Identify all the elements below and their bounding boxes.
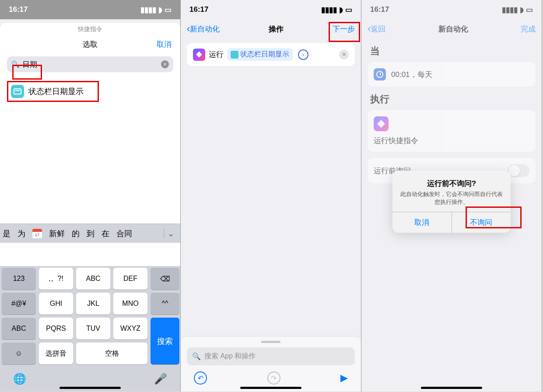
keyboard-candidate-bar[interactable]: 是 为 17 新鲜 的 到 在 合同 ⌄ xyxy=(0,224,180,243)
redo-icon: ↷ xyxy=(267,371,280,385)
emoji-icon: ☺ xyxy=(15,350,22,357)
shortcuts-app-icon xyxy=(193,49,205,61)
back-button[interactable]: ‹ 返回 xyxy=(368,23,385,35)
key-jkl[interactable]: JKL xyxy=(76,293,110,315)
search-icon: 🔍 xyxy=(192,352,201,360)
key-backspace[interactable]: ⌫ xyxy=(151,268,179,290)
wifi-icon: ◗ xyxy=(158,5,162,14)
wifi-icon: ◗ xyxy=(520,5,524,14)
alert-confirm-button[interactable]: 不询问 xyxy=(452,212,511,233)
alert-message: 此自动化触发时，它会不询问而自行代表您执行操作。 xyxy=(399,190,504,206)
status-icons: ▮▮▮▮ ◗ ▭ xyxy=(502,5,533,14)
status-time: 16:17 xyxy=(189,5,208,14)
key-abc-mode[interactable]: ABC xyxy=(2,318,36,340)
status-time: 16:17 xyxy=(9,5,28,14)
wifi-icon: ◗ xyxy=(339,5,343,14)
key-tuv[interactable]: TUV xyxy=(76,318,110,340)
action-text: 运行快捷指令 xyxy=(374,136,418,146)
run-label: 运行 xyxy=(209,49,224,60)
status-time: 16:17 xyxy=(370,5,389,14)
show-more-icon[interactable]: › xyxy=(298,49,308,60)
candidate[interactable]: 是 xyxy=(3,228,11,239)
key-punct[interactable]: ,。?! xyxy=(39,268,73,290)
calendar-candidate-icon[interactable]: 17 xyxy=(32,229,42,238)
trigger-text: 00:01，每天 xyxy=(391,70,432,80)
candidate[interactable]: 新鲜 xyxy=(49,228,65,239)
undo-icon[interactable]: ↶ xyxy=(194,371,207,385)
signal-icon: ▮▮▮▮ xyxy=(321,5,337,14)
key-abc[interactable]: ABC xyxy=(76,268,110,290)
key-pqrs[interactable]: PQRS xyxy=(39,318,73,340)
search-result-row[interactable]: 状态栏日期显示 xyxy=(7,81,99,102)
battery-icon: ▭ xyxy=(165,5,172,14)
candidate[interactable]: 合同 xyxy=(116,228,132,239)
home-indicator xyxy=(60,387,121,389)
trigger-cell[interactable]: 00:01，每天 xyxy=(368,62,536,87)
key-mno[interactable]: MNO xyxy=(113,293,147,315)
signal-icon: ▮▮▮▮ xyxy=(140,5,156,14)
chevron-left-icon: ‹ xyxy=(368,23,371,35)
key-symbols[interactable]: #@¥ xyxy=(2,293,36,315)
home-indicator xyxy=(421,387,482,389)
shortcut-pill[interactable]: 状态栏日期显示 xyxy=(227,48,293,61)
keyboard: 123 ,。?! ABC DEF ⌫ #@¥ GHI JKL MNO ^^ AB… xyxy=(0,266,180,366)
play-icon[interactable]: ▶ xyxy=(340,372,348,384)
key-emoji[interactable]: ☺ xyxy=(2,343,36,364)
search-placeholder: 搜索 App 和操作 xyxy=(204,352,256,361)
next-button[interactable]: 下一步 xyxy=(333,24,355,34)
key-123[interactable]: 123 xyxy=(2,268,36,290)
result-label: 状态栏日期显示 xyxy=(28,86,84,97)
battery-icon: ▭ xyxy=(345,5,352,14)
toggle-switch[interactable] xyxy=(508,164,529,177)
pill-icon xyxy=(231,51,238,59)
globe-icon[interactable]: 🌐 xyxy=(13,373,26,385)
key-ghi[interactable]: GHI xyxy=(39,293,73,315)
app-title: 快捷指令 xyxy=(0,23,180,33)
search-input[interactable] xyxy=(22,60,158,69)
search-field[interactable]: 🔍 ✕ xyxy=(7,56,173,72)
clock-icon xyxy=(374,68,386,80)
clear-icon[interactable]: ✕ xyxy=(161,60,169,68)
key-pinyin[interactable]: 选拼音 xyxy=(39,343,73,364)
mic-icon[interactable]: 🎤 xyxy=(154,373,167,385)
alert-cancel-button[interactable]: 取消 xyxy=(392,212,452,233)
key-def[interactable]: DEF xyxy=(113,268,147,290)
action-cell[interactable]: 运行快捷指令 xyxy=(368,110,536,152)
when-section-label: 当 xyxy=(370,45,533,58)
backspace-icon: ⌫ xyxy=(160,275,170,283)
candidate[interactable]: 为 xyxy=(18,228,25,239)
page-title: 新自动化 xyxy=(438,24,468,34)
bottom-sheet[interactable]: 🔍 搜索 App 和操作 ↶ ↷ ▶ xyxy=(181,336,361,392)
drag-handle-icon[interactable] xyxy=(261,341,280,343)
key-face[interactable]: ^^ xyxy=(151,293,179,315)
action-search[interactable]: 🔍 搜索 App 和操作 xyxy=(187,347,355,365)
select-title: 选取 xyxy=(83,39,98,49)
shortcuts-app-icon xyxy=(374,116,389,131)
candidate[interactable]: 的 xyxy=(72,228,80,239)
delete-action-icon[interactable]: ✕ xyxy=(339,50,349,60)
key-wxyz[interactable]: WXYZ xyxy=(113,318,147,340)
key-space[interactable]: 空格 xyxy=(76,343,147,364)
search-icon: 🔍 xyxy=(11,60,20,68)
back-button[interactable]: ‹ 新自动化 xyxy=(187,23,220,35)
confirm-alert: 运行前不询问? 此自动化触发时，它会不询问而自行代表您执行操作。 取消 不询问 xyxy=(392,171,511,233)
key-search[interactable]: 搜索 xyxy=(151,318,179,364)
alert-title: 运行前不询问? xyxy=(399,178,504,189)
status-icons: ▮▮▮▮ ◗ ▭ xyxy=(140,5,172,14)
shortcut-icon xyxy=(11,85,24,98)
chevron-left-icon: ‹ xyxy=(187,23,190,35)
expand-candidates-icon[interactable]: ⌄ xyxy=(164,229,178,238)
battery-icon: ▭ xyxy=(526,5,533,14)
action-card[interactable]: 运行 状态栏日期显示 › ✕ xyxy=(187,43,355,66)
do-section-label: 执行 xyxy=(370,93,533,106)
candidate[interactable]: 在 xyxy=(102,228,109,239)
done-button[interactable]: 完成 xyxy=(521,24,536,34)
home-indicator xyxy=(240,387,301,389)
cancel-button[interactable]: 取消 xyxy=(157,39,172,49)
page-title: 操作 xyxy=(269,24,284,34)
status-icons: ▮▮▮▮ ◗ ▭ xyxy=(321,5,352,14)
signal-icon: ▮▮▮▮ xyxy=(502,5,518,14)
candidate[interactable]: 到 xyxy=(87,228,95,239)
